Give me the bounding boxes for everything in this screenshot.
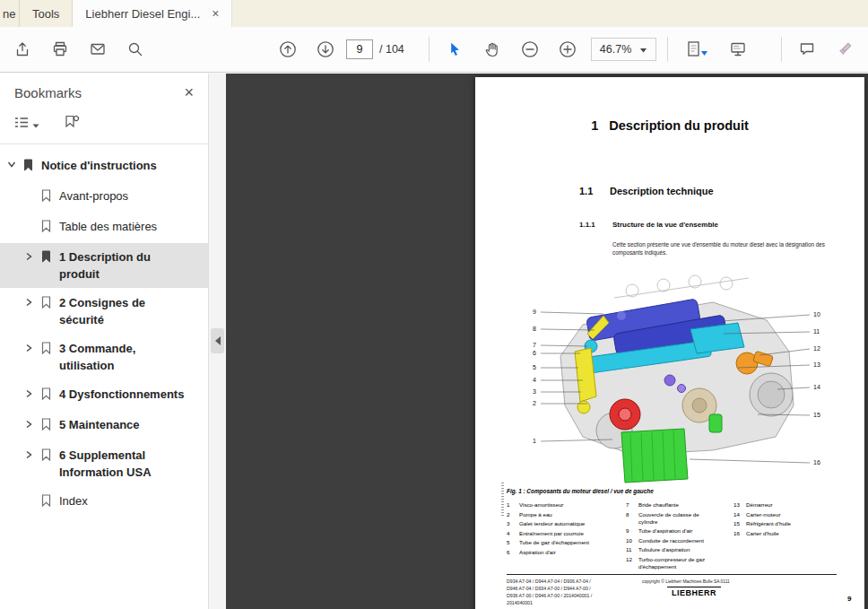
bookmark-label: Index [59, 492, 188, 509]
bookmark-label: 6 Supplemental Information USA [59, 447, 188, 481]
bookmark-label: 5 Maintenance [59, 416, 188, 433]
figure-caption: Fig. 1 : Composants du moteur diesel / v… [507, 488, 654, 494]
tab-tools[interactable]: Tools [20, 0, 73, 27]
bookmark-item-avant-propos[interactable]: Avant-propos [0, 182, 208, 212]
bookmark-item-dysfonctionnements[interactable]: 4 Dysfonctionnements [0, 380, 208, 410]
bookmarks-panel: Bookmarks × Notice d'instructions [0, 74, 208, 609]
legend-item: 8Couvercle de culasse de cylindre [626, 511, 726, 526]
legend-item: 2Pompe à eau [507, 511, 621, 518]
legend-item: 10Conduite de raccordement [626, 537, 726, 544]
chevron-right-icon[interactable] [25, 340, 41, 352]
legend-item: 9Tube d'aspiration d'air [626, 527, 726, 535]
callout-number: 3 [533, 388, 536, 395]
search-button[interactable] [117, 32, 154, 66]
zoom-out-button[interactable] [511, 32, 549, 66]
monitor-icon [729, 40, 747, 58]
triangle-left-icon [215, 336, 221, 345]
bookmark-label: Table des matières [59, 218, 188, 235]
bookmark-item-index[interactable]: Index [0, 487, 208, 517]
page-number-input[interactable] [346, 39, 373, 59]
bookmark-label: Notice d'instructions [41, 157, 188, 174]
tab-home-label: ne [3, 7, 15, 21]
find-current-bookmark-button[interactable] [65, 115, 80, 133]
page-total-label: / 104 [379, 43, 404, 56]
zoom-in-button[interactable] [549, 32, 586, 66]
tab-document[interactable]: Liebherr Diesel Engi... × [73, 0, 232, 27]
document-viewer[interactable]: 1 Description du produit 1.1 Description… [226, 74, 868, 609]
legend-item: 5Tube de gaz d'échappement [507, 539, 621, 546]
callout-number: 8 [533, 326, 536, 332]
share-icon [13, 40, 31, 58]
engine-diagram: 9 8 7 6 5 4 3 2 1 10 11 12 13 14 [498, 271, 852, 492]
bookmark-options-button[interactable] [14, 116, 39, 133]
bookmark-item-commande-utilisation[interactable]: 3 Commande, utilisation [0, 335, 208, 379]
callout-number: 13 [813, 361, 820, 368]
bookmark-item-notice[interactable]: Notice d'instructions [0, 152, 208, 181]
chevron-right-icon[interactable] [25, 447, 41, 459]
bookmark-label: 3 Commande, utilisation [59, 340, 188, 374]
close-tab-icon[interactable]: × [212, 7, 219, 20]
tab-tools-label: Tools [32, 7, 59, 21]
callout-number: 10 [813, 311, 820, 318]
bookmarks-header: Bookmarks × [0, 74, 208, 106]
collapse-panel-handle[interactable] [211, 328, 224, 353]
legend-item: 16Carter d'huile [733, 530, 834, 537]
bookmark-label: 4 Dysfonctionnements [59, 386, 188, 403]
callout-number: 4 [533, 377, 536, 383]
plus-circle-icon [558, 39, 577, 59]
arrow-up-circle-icon [278, 39, 298, 59]
highlight-button[interactable] [826, 32, 864, 66]
heading-number: 1 [591, 118, 598, 133]
legend-item: 14Carter-moteur [733, 511, 834, 518]
arrow-down-circle-icon [316, 39, 335, 59]
previous-page-button[interactable] [269, 32, 307, 66]
bookmark-item-maintenance[interactable]: 5 Maintenance [0, 411, 208, 440]
legend-item: 6Aspiration d'air [507, 549, 621, 556]
callout-number: 6 [533, 350, 536, 356]
bookmark-icon [41, 187, 59, 206]
comment-button[interactable] [788, 32, 826, 66]
legend-item: 15Réfrigérant d'huile [733, 520, 834, 527]
bookmark-item-description-du-produit[interactable]: 1 Description du produit [0, 243, 208, 288]
legend-item: 3Galet tendeur automatique [507, 520, 621, 527]
bookmark-item-table-des-matieres[interactable]: Table des matières [0, 213, 208, 242]
zoom-level-dropdown[interactable]: 46.7% [591, 38, 656, 61]
chevron-down-icon [32, 116, 39, 132]
hand-tool-button[interactable] [473, 32, 511, 66]
legend-item: 11Tubulure d'aspiration [626, 546, 726, 553]
email-button[interactable] [79, 32, 117, 66]
legend-item: 13Démarreur [733, 501, 834, 509]
chevron-right-icon[interactable] [25, 294, 41, 307]
bookmark-icon [23, 157, 41, 176]
heading-number: 1.1.1 [579, 221, 612, 229]
section-heading-1: 1 Description du produit [475, 118, 864, 133]
chevron-down-icon[interactable] [7, 157, 23, 168]
bookmark-icon [41, 492, 59, 511]
minus-circle-icon [520, 39, 540, 59]
toolbar-separator [781, 37, 782, 62]
page-display-dropdown[interactable] [674, 32, 719, 66]
share-button[interactable] [4, 32, 41, 66]
print-icon [51, 40, 69, 58]
bookmark-item-supplemental-information[interactable]: 6 Supplemental Information USA [0, 441, 208, 486]
footer-copyright: copyright © Liebherr Machines Bulle SA 0… [642, 579, 730, 584]
tab-home-partial[interactable]: ne [0, 0, 20, 27]
bookmark-item-consignes-de-securite[interactable]: 2 Consignes de sécurité [0, 289, 208, 334]
close-panel-icon[interactable]: × [184, 84, 194, 100]
comment-bubble-icon [798, 40, 816, 58]
callout-number: 11 [813, 328, 820, 335]
next-page-button[interactable] [307, 32, 344, 66]
read-mode-button[interactable] [719, 32, 757, 66]
print-button[interactable] [41, 32, 79, 66]
callout-number: 7 [533, 342, 536, 348]
tab-document-label: Liebherr Diesel Engi... [85, 7, 200, 21]
chevron-right-icon[interactable] [25, 386, 41, 398]
bookmark-label: Avant-propos [59, 187, 188, 204]
select-tool-button[interactable] [436, 32, 473, 66]
chevron-right-icon[interactable] [25, 416, 41, 429]
bookmark-icon [41, 294, 59, 313]
panel-gutter [208, 74, 226, 609]
callout-number: 15 [813, 412, 820, 418]
chevron-right-icon[interactable] [25, 248, 41, 261]
options-list-icon [14, 116, 29, 133]
